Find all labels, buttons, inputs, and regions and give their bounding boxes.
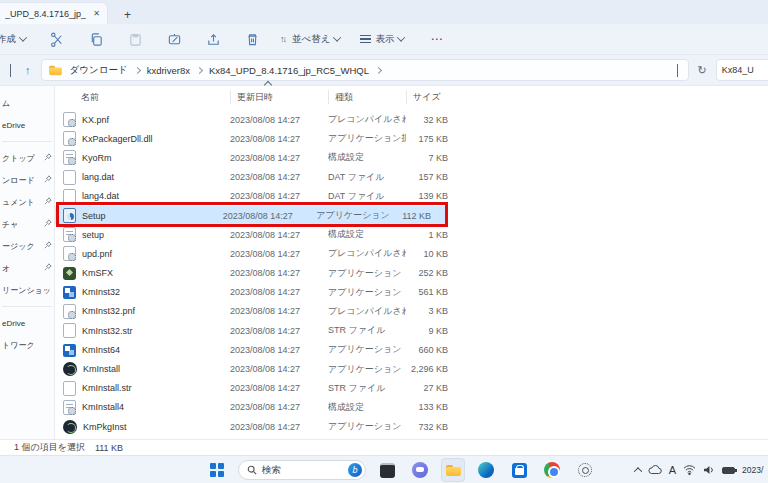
file-date-cell: 2023/08/08 14:27 [230,402,328,412]
teams-chat-button[interactable] [408,458,432,482]
file-name: KyoRm [82,153,112,163]
file-row[interactable]: KyoRm2023/08/08 14:27構成設定7 KB [55,148,768,167]
file-name-cell: KyoRm [55,150,230,165]
recent-locations-button[interactable] [6,62,15,78]
onedrive-cloud-icon[interactable] [648,465,662,475]
breadcrumb[interactable]: ダウンロードkxdriver8xKx84_UPD_8.4.1716_jp_RC5… [41,59,689,81]
file-type-cell: アプリケーション [316,209,391,222]
sidebar-item[interactable]: リーンショット [0,279,54,301]
file-row[interactable]: KmInst642023/08/08 14:27アプリケーション660 KB [55,340,768,359]
start-button[interactable] [205,458,229,482]
copy-button[interactable] [84,28,109,51]
sidebar-item[interactable]: ンロード [0,169,54,191]
file-type-icon-pnf [63,131,76,146]
column-header-type[interactable]: 種類 [328,90,406,104]
file-date-cell: 2023/08/08 14:27 [230,134,328,144]
file-row[interactable]: KxPackagerDll.dll2023/08/08 14:27アプリケーショ… [55,129,768,148]
volume-icon[interactable] [703,465,715,475]
sidebar-item-label: ュメント [2,197,44,208]
explorer-tab[interactable]: _UPD_8.4.1716_jp_RC5_WI ✕ [0,2,108,24]
column-header-date[interactable]: 更新日時 [230,90,328,104]
file-name: setup [82,230,104,240]
sidebar-item[interactable]: チャ [0,213,54,235]
battery-icon[interactable] [722,467,735,474]
edge-button[interactable] [474,458,498,482]
breadcrumb-item[interactable]: kxdriver8x [144,63,193,78]
up-button[interactable]: ↑ [21,62,35,78]
file-name: Setup [82,211,106,221]
file-row[interactable]: setup2023/08/08 14:27構成設定1 KB [55,225,768,244]
address-bar-row: ↑ ダウンロードkxdriver8xKx84_UPD_8.4.1716_jp_R… [0,55,768,85]
store-button[interactable] [507,458,531,482]
file-explorer-button[interactable] [441,458,465,482]
delete-button[interactable] [240,28,265,51]
file-row[interactable]: KmInstall2023/08/08 14:27アプリケーション2,296 K… [55,359,768,378]
chrome-icon [544,462,560,478]
file-row[interactable]: Setup2023/08/08 14:27アプリケーション112 KB [55,206,447,225]
view-button[interactable]: 表示 [355,29,409,50]
new-item-label: 作成 [0,33,16,46]
file-date-cell: 2023/08/08 14:27 [230,115,328,125]
file-row[interactable]: lang.dat2023/08/08 14:27DAT ファイル157 KB [55,168,768,187]
view-label: 表示 [375,33,394,46]
taskbar-app-dark-icon[interactable] [375,458,399,482]
search-icon [247,465,257,475]
ime-mode-indicator[interactable]: A [669,464,676,476]
file-row[interactable]: KmInstall42023/08/08 14:27構成設定133 KB [55,398,768,417]
file-name-cell: KmInstall4 [55,400,230,415]
file-size-cell: 1 KB [406,230,464,240]
sort-button[interactable]: ↑↓ 並べ替え [275,29,345,50]
more-options-button[interactable]: ⋯ [419,28,453,50]
taskbar-search[interactable]: 検索 b [238,460,366,480]
file-type-cell: STR ファイル [328,324,406,337]
paste-button[interactable] [123,28,148,51]
file-row[interactable]: KmInstall.str2023/08/08 14:27STR ファイル27 … [55,379,768,398]
sidebar-item[interactable]: クトップ [0,147,54,169]
file-date-cell: 2023/08/08 14:27 [230,422,328,432]
tray-expand-icon[interactable] [633,467,641,475]
file-date-cell: 2023/08/08 14:27 [230,191,328,201]
selection-status: 1 個の項目を選択 [14,441,85,454]
sidebar-item[interactable]: eDrive [0,114,54,136]
chrome-button[interactable] [540,458,564,482]
clock[interactable]: 2023/ [742,465,768,475]
column-header-size[interactable]: サイズ [406,90,464,104]
breadcrumb-item[interactable]: ダウンロード [67,62,131,79]
new-tab-button[interactable]: + [118,8,137,24]
search-input[interactable]: Kx84_U [716,59,768,81]
sidebar-item[interactable]: トワーク [0,334,54,356]
file-row[interactable]: KmInst32.str2023/08/08 14:27STR ファイル9 KB [55,321,768,340]
share-button[interactable] [201,28,226,51]
windows-logo-icon [210,463,224,477]
refresh-button[interactable]: ↻ [695,62,710,79]
file-row[interactable]: KmSFX2023/08/08 14:27アプリケーション252 KB [55,264,768,283]
rename-button[interactable] [162,28,187,51]
file-row[interactable]: KmInst322023/08/08 14:27アプリケーション561 KB [55,283,768,302]
column-header-name[interactable]: 名前 [55,90,230,104]
sidebar-item[interactable]: ージック [0,235,54,257]
settings-button[interactable] [573,458,597,482]
sidebar-item[interactable]: オ [0,257,54,279]
sidebar-item[interactable]: ュメント [0,191,54,213]
file-name: KmSFX [82,268,113,278]
breadcrumb-item[interactable]: Kx84_UPD_8.4.1716_jp_RC5_WHQL [206,63,372,78]
chevron-down-icon [397,33,405,41]
address-dropdown-button[interactable] [673,62,682,78]
file-explorer-window: _UPD_8.4.1716_jp_RC5_WI ✕ + 作成 [0,0,768,455]
bing-icon: b [348,463,362,477]
tab-close-icon[interactable]: ✕ [90,8,103,19]
file-row[interactable]: upd.pnf2023/08/08 14:27プレコンパイルされた...10 K… [55,244,768,263]
file-row[interactable]: lang4.dat2023/08/08 14:27DAT ファイル139 KB [55,187,768,206]
wifi-icon[interactable] [683,465,696,475]
file-type-icon-appblue [63,286,76,299]
file-date-cell: 2023/08/08 14:27 [230,287,328,297]
pin-icon [44,241,52,251]
file-size-cell: 112 KB [391,211,447,221]
sidebar-item[interactable]: eDrive [0,312,54,334]
file-row[interactable]: KmInst32.pnf2023/08/08 14:27プレコンパイルされた..… [55,302,768,321]
new-item-button[interactable]: 作成 [0,29,31,50]
file-row[interactable]: KX.pnf2023/08/08 14:27プレコンパイルされた...32 KB [55,110,768,129]
file-row[interactable]: KmPkgInst2023/08/08 14:27アプリケーション732 KB [55,417,768,436]
sidebar-item[interactable]: ム [0,92,54,114]
cut-button[interactable] [45,28,70,51]
